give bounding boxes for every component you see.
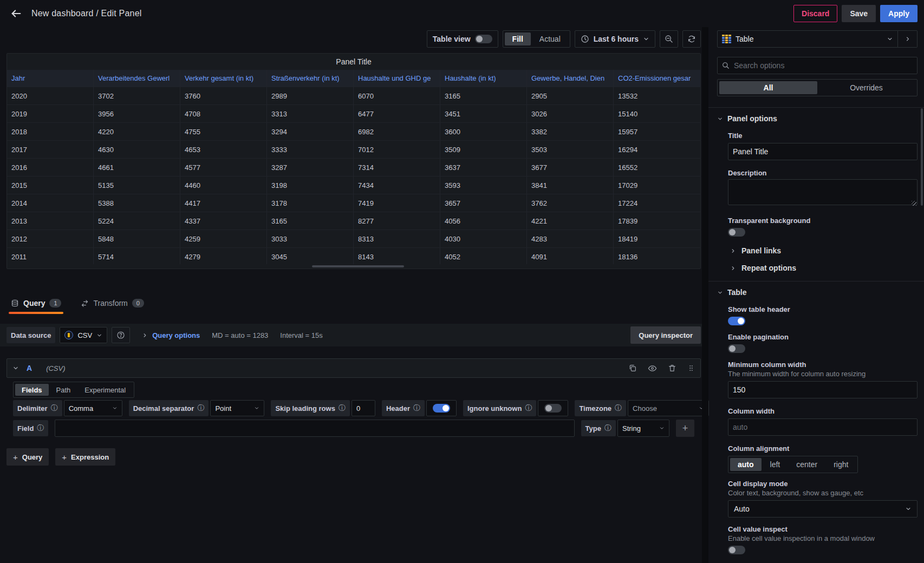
search-options-input[interactable] xyxy=(734,61,913,70)
tab-transform[interactable]: Transform 0 xyxy=(79,297,146,314)
tab-experimental[interactable]: Experimental xyxy=(78,384,132,396)
alignment-auto[interactable]: auto xyxy=(730,458,762,471)
chevron-down-icon[interactable] xyxy=(12,365,19,371)
sidebar-scrollbar[interactable] xyxy=(921,108,923,206)
info-icon: ⓘ xyxy=(615,403,622,413)
ignore-unknown-switch-box xyxy=(538,400,568,416)
timezone-select[interactable]: Choose xyxy=(628,400,709,416)
table-cell: 3033 xyxy=(267,230,354,247)
header-switch-box xyxy=(426,400,457,416)
table-cell: 17224 xyxy=(614,194,700,212)
table-cell: 5388 xyxy=(94,194,180,212)
skip-leading-rows-label: Skip leading rowsⓘ xyxy=(271,400,350,416)
show-table-header-switch[interactable] xyxy=(728,317,745,325)
transform-count-badge: 0 xyxy=(132,299,144,307)
query-inspector-button[interactable]: Query inspector xyxy=(630,326,701,344)
skip-leading-rows-input[interactable] xyxy=(352,400,375,416)
table-section-header[interactable]: Table xyxy=(717,288,918,297)
table-header-cell[interactable]: Jahr xyxy=(7,70,94,87)
discard-button[interactable]: Discard xyxy=(793,5,837,22)
fill-option[interactable]: Fill xyxy=(505,32,531,45)
table-header-cell[interactable]: Gewerbe, Handel, Dien xyxy=(527,70,614,87)
transparent-background-switch[interactable] xyxy=(728,228,745,237)
min-column-width-input[interactable] xyxy=(728,381,918,398)
time-range-picker[interactable]: Last 6 hours xyxy=(575,30,655,48)
repeat-options-section[interactable]: Repeat options xyxy=(730,261,918,274)
panel-title[interactable]: Panel Title xyxy=(7,54,700,70)
plus-icon: + xyxy=(13,453,18,462)
csv-editor-tabs: Fields Path Experimental xyxy=(13,382,134,398)
zoom-out-button[interactable] xyxy=(660,30,678,48)
type-select[interactable]: String xyxy=(617,420,669,437)
info-icon: ⓘ xyxy=(197,403,204,413)
description-textarea[interactable] xyxy=(728,179,918,205)
table-header-cell[interactable]: Straßenverkehr (in kt) xyxy=(267,70,354,87)
duplicate-query-icon[interactable] xyxy=(628,364,637,373)
delimiter-select[interactable]: Comma xyxy=(64,400,122,416)
datasource-select[interactable]: CSV xyxy=(60,327,107,343)
add-query-button[interactable]: + Query xyxy=(6,448,49,466)
table-header-cell[interactable]: Verkehr gesamt (in kt) xyxy=(180,70,267,87)
table-cell: 4653 xyxy=(180,141,267,158)
table-cell: 2013 xyxy=(7,212,94,230)
back-arrow-icon[interactable] xyxy=(6,4,26,23)
add-expression-button[interactable]: + Expression xyxy=(55,448,115,466)
tab-all[interactable]: All xyxy=(719,81,817,94)
trash-icon[interactable] xyxy=(668,364,676,373)
table-view-switch[interactable] xyxy=(475,35,492,43)
add-field-button[interactable]: + xyxy=(676,420,694,437)
ignore-unknown-switch[interactable] xyxy=(544,404,562,413)
table-viz-icon xyxy=(722,35,731,43)
panel-options-section-header[interactable]: Panel options xyxy=(717,114,918,123)
panel-title-input[interactable] xyxy=(728,143,918,160)
tab-query[interactable]: Query 1 xyxy=(9,297,63,314)
eye-icon[interactable] xyxy=(648,364,657,373)
save-button[interactable]: Save xyxy=(842,5,876,22)
table-cell: 3600 xyxy=(440,123,527,140)
table-cell: 3702 xyxy=(94,87,180,104)
decimal-separator-label: Decimal separatorⓘ xyxy=(129,400,209,416)
field-input[interactable] xyxy=(55,420,574,437)
decimal-separator-select[interactable]: Point xyxy=(210,400,264,416)
cell-display-mode-select[interactable]: Auto xyxy=(728,500,918,518)
alignment-left[interactable]: left xyxy=(763,458,788,471)
pane-divider[interactable] xyxy=(702,27,708,563)
table-cell: 3026 xyxy=(527,105,614,122)
column-width-input[interactable] xyxy=(728,418,918,436)
breadcrumb: New dashboard / Edit Panel xyxy=(31,9,142,18)
tab-fields[interactable]: Fields xyxy=(15,384,49,396)
alignment-center[interactable]: center xyxy=(789,458,825,471)
panel-links-section[interactable]: Panel links xyxy=(730,244,918,257)
alignment-right[interactable]: right xyxy=(826,458,856,471)
query-ref-id[interactable]: A xyxy=(27,364,32,372)
chevron-down-icon xyxy=(643,36,649,42)
collapse-options-button[interactable] xyxy=(898,30,918,48)
table-header-cell[interactable]: Haushalte und GHD ge xyxy=(354,70,440,87)
table-cell: 4056 xyxy=(440,212,527,230)
query-options-toggle[interactable]: Query options xyxy=(142,331,200,339)
drag-handle-icon[interactable] xyxy=(687,364,695,373)
cell-value-inspect-switch[interactable] xyxy=(728,546,745,554)
column-width-label: Column width xyxy=(728,407,918,415)
actual-option[interactable]: Actual xyxy=(532,32,568,45)
table-cell: 3165 xyxy=(267,212,354,230)
table-header-cell[interactable]: Verarbeitendes Gewerl xyxy=(94,70,180,87)
table-header-cell[interactable]: Haushalte (in kt) xyxy=(440,70,527,87)
tab-path[interactable]: Path xyxy=(50,384,77,396)
horizontal-scrollbar[interactable] xyxy=(312,265,404,267)
table-row: 201551354460319874343593384117029 xyxy=(7,176,700,194)
query-row-header[interactable]: A (CSV) xyxy=(6,358,701,378)
table-cell: 5848 xyxy=(94,230,180,247)
header-switch[interactable] xyxy=(433,404,450,413)
show-table-header-label: Show table header xyxy=(728,305,918,313)
datasource-help-button[interactable] xyxy=(112,327,130,343)
table-cell: 3509 xyxy=(440,141,527,158)
tab-overrides[interactable]: Overrides xyxy=(817,81,915,94)
visualization-picker[interactable]: Table xyxy=(717,30,898,48)
cell-value-inspect-description: Enable cell value inspection in a modal … xyxy=(728,534,918,542)
apply-button[interactable]: Apply xyxy=(880,5,918,22)
refresh-button[interactable] xyxy=(682,30,701,48)
table-header-cell[interactable]: CO2-Emissionen gesar xyxy=(614,70,700,87)
enable-pagination-switch[interactable] xyxy=(728,344,745,353)
resize-handle[interactable] xyxy=(912,201,916,206)
